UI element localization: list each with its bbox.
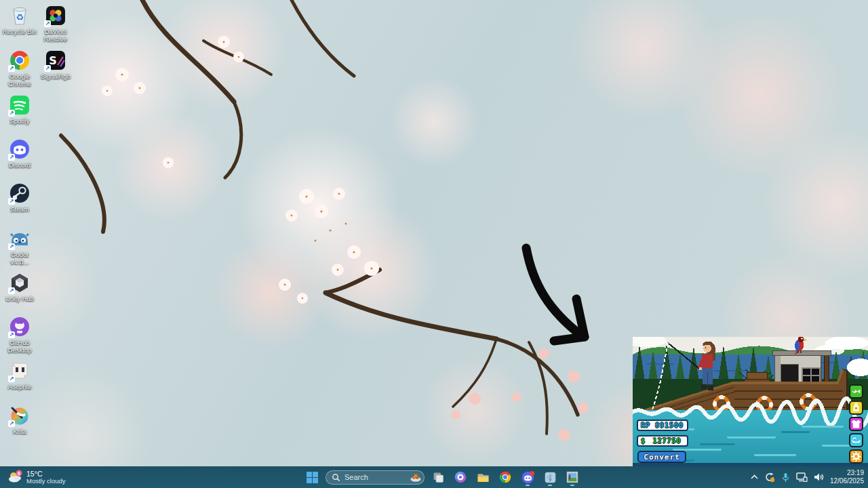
- desktop-icon-label: SignalRgb: [38, 73, 73, 80]
- microphone-icon: [781, 472, 790, 483]
- taskbar-app-snip[interactable]: [429, 468, 447, 487]
- chrome-icon: ↗: [8, 49, 31, 72]
- clock-date: 12/06/2025: [830, 477, 864, 486]
- fish-icon: [850, 386, 862, 397]
- desktop-icon-signalrgb[interactable]: S ↗ SignalRgb: [38, 49, 73, 80]
- shortcut-arrow-icon: ↗: [8, 331, 15, 338]
- desktop-icon-spotify[interactable]: ↗ Spotify: [2, 94, 37, 125]
- desktop-icon-label: Krita: [2, 428, 37, 435]
- rp-value: 891500: [654, 422, 684, 429]
- update-sync-tray-icon[interactable]: [764, 472, 775, 483]
- davinci-resolve-icon: ↗: [44, 4, 67, 27]
- desktop-icon-label: Godot v4.B...: [2, 251, 37, 266]
- copilot-icon: [454, 470, 467, 484]
- start-button[interactable]: [303, 468, 321, 487]
- desktop-icon-label: Steam: [2, 205, 37, 213]
- money-box: $ 127750: [637, 435, 688, 447]
- shortcut-arrow-icon: ↗: [8, 65, 15, 72]
- blue-app-icon: [544, 471, 557, 484]
- taskbar-app-game-thumbnail[interactable]: [564, 468, 581, 487]
- desktop-icon-label: Discord: [2, 161, 37, 169]
- chrome-icon: [498, 470, 512, 484]
- taskbar: 6 15°C Mostly cloudy Search: [0, 466, 868, 488]
- desktop-icon-godot[interactable]: ↗ Godot v4.B...: [2, 227, 37, 266]
- taskbar-app-copilot[interactable]: [452, 468, 469, 487]
- game-thumbnail-icon: [566, 470, 579, 484]
- widgets-weather-button[interactable]: 6 15°C Mostly cloudy: [3, 466, 70, 488]
- search-input[interactable]: Search: [326, 470, 425, 485]
- shortcut-arrow-icon: ↗: [8, 375, 15, 382]
- taskbar-app-discord[interactable]: [519, 468, 536, 487]
- aseprite-icon: ↗: [8, 359, 31, 382]
- shortcut-arrow-icon: ↗: [44, 65, 51, 72]
- discord-icon: ↗: [8, 138, 31, 161]
- shortcut-arrow-icon: ↗: [8, 110, 15, 117]
- research-points-box: RP 891500: [637, 420, 688, 431]
- speaker-icon: [814, 472, 824, 482]
- shortcut-arrow-icon: ↗: [8, 198, 15, 205]
- settings-button[interactable]: [849, 449, 863, 464]
- bell-button[interactable]: [849, 401, 863, 415]
- desktop-icon-label: GitHub Desktop: [2, 339, 37, 354]
- fish-button[interactable]: [849, 384, 863, 399]
- volume-tray-icon[interactable]: [814, 472, 824, 482]
- signalrgb-icon: S ↗: [44, 49, 67, 72]
- snip-app-icon: [432, 471, 445, 484]
- desktop-icon-unity-hub[interactable]: ↗ Unity Hub: [2, 271, 37, 302]
- desktop-icon-aseprite[interactable]: ↗ Aseprite: [2, 359, 37, 390]
- desktop-icon-discord[interactable]: ↗ Discord: [2, 138, 37, 169]
- desktop-icon-github-desktop[interactable]: ↗ GitHub Desktop: [2, 315, 37, 354]
- weather-cloud-icon: 6: [7, 470, 23, 485]
- windows-logo-icon: [307, 472, 318, 483]
- weather-condition: Mostly cloudy: [26, 478, 66, 485]
- krita-icon: ↗: [8, 404, 31, 427]
- desktop-icon-krita[interactable]: ↗ Krita: [2, 404, 37, 435]
- hidden-icons-button[interactable]: [751, 474, 758, 480]
- weather-badge: 6: [18, 471, 20, 476]
- desktop-icon-davinci-resolve[interactable]: ↗ DaVinci Resolve: [38, 4, 73, 43]
- boat-button[interactable]: [849, 433, 863, 447]
- desktop-icon-label: Spotify: [2, 117, 37, 125]
- windows-desktop: ♻ Recycle Bin ↗ DaVinci Resolve ↗: [0, 0, 868, 488]
- search-highlight-food-icon: [410, 472, 422, 483]
- search-placeholder: Search: [344, 473, 406, 481]
- desktop-icon-steam[interactable]: ↗ Steam: [2, 182, 37, 213]
- microphone-tray-icon[interactable]: [781, 472, 790, 483]
- desktop-icon-label: Recycle Bin: [2, 28, 37, 35]
- shortcut-arrow-icon: ↗: [8, 243, 15, 250]
- shirt-button[interactable]: [849, 417, 863, 431]
- shortcut-arrow-icon: ↗: [8, 420, 15, 427]
- boat-icon: [850, 434, 862, 446]
- game-scene: [633, 337, 868, 466]
- desktop-icon-label: Google Chrome: [2, 73, 37, 87]
- taskbar-app-chrome[interactable]: [496, 468, 514, 487]
- game-side-buttons: [849, 384, 863, 464]
- spotify-icon: ↗: [8, 94, 31, 117]
- fishing-game-window[interactable]: RP 891500 $ 127750 Convert: [633, 337, 868, 466]
- rp-label: RP: [641, 422, 650, 429]
- shortcut-arrow-icon: ↗: [44, 20, 51, 27]
- weather-temperature: 15°C: [26, 470, 66, 478]
- desktop-icon-recycle-bin[interactable]: ♻ Recycle Bin: [2, 4, 37, 35]
- unity-hub-icon: ↗: [8, 271, 31, 294]
- taskbar-clock[interactable]: 23:19 12/06/2025: [830, 469, 864, 486]
- network-tray-icon[interactable]: [796, 472, 808, 482]
- shortcut-arrow-icon: ↗: [8, 287, 15, 294]
- running-indicator: [570, 485, 574, 487]
- bell-icon: [850, 402, 862, 413]
- convert-button[interactable]: Convert: [637, 451, 686, 463]
- money-value: 127750: [650, 437, 684, 445]
- desktop-icon-label: DaVinci Resolve: [38, 28, 73, 43]
- godot-icon: ↗: [8, 227, 31, 250]
- taskbar-app-file-explorer[interactable]: [474, 468, 492, 487]
- running-indicator: [526, 485, 530, 487]
- chevron-up-icon: [751, 474, 758, 480]
- ethernet-icon: [796, 472, 808, 482]
- discord-icon: [521, 470, 535, 485]
- desktop-icon-google-chrome[interactable]: ↗ Google Chrome: [2, 49, 37, 87]
- taskbar-app-blue[interactable]: [541, 468, 559, 487]
- taskbar-center: Search: [303, 466, 581, 488]
- github-desktop-icon: ↗: [8, 315, 31, 338]
- running-indicator: [548, 485, 552, 487]
- system-tray: 23:19 12/06/2025: [751, 466, 864, 488]
